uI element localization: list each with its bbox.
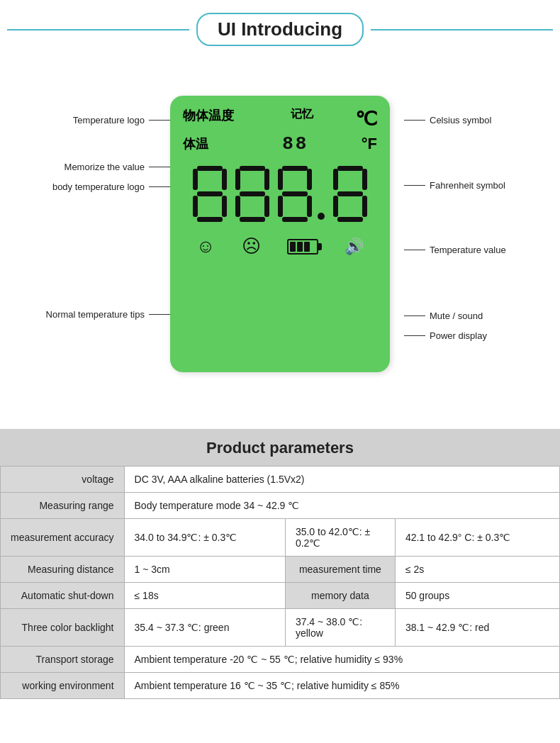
param-value-meas-time: ≤ 2s bbox=[395, 557, 559, 583]
header-section: UI Introducing bbox=[0, 0, 560, 53]
table-row: Measuring range Body temperature mode 34… bbox=[1, 493, 560, 519]
seg-tl-3 bbox=[278, 169, 283, 190]
fahrenheit-symbol-label: Fahrenheit symbol bbox=[404, 180, 505, 191]
label-line-temp-val bbox=[404, 250, 425, 250]
param-label-working: working environment bbox=[1, 673, 125, 699]
label-line-celsius bbox=[404, 120, 425, 121]
label-line-body-logo bbox=[149, 186, 170, 187]
memorize-value-text: Memorize the value bbox=[65, 162, 145, 172]
param-value-range: Body temperature mode 34 ~ 42.9 ℃ bbox=[124, 493, 559, 519]
label-line-temp-logo bbox=[149, 120, 170, 121]
seg-mid-1 bbox=[197, 191, 223, 196]
label-line-fahrenheit bbox=[404, 185, 425, 186]
seg-mid-4 bbox=[337, 191, 363, 196]
param-value-accuracy-2: 35.0 to 42.0℃: ± 0.2℃ bbox=[285, 519, 395, 557]
table-row: working environment Ambient temperature … bbox=[1, 673, 560, 699]
celsius-symbol-text: Celsius symbol bbox=[430, 115, 491, 125]
lcd-top-row: 物体温度 记忆 ℃ bbox=[183, 107, 377, 130]
lcd-memory: 记忆 bbox=[291, 107, 313, 122]
seg-bl-4 bbox=[333, 196, 338, 217]
param-label-transport: Transport storage bbox=[1, 647, 125, 673]
param-label-meas-time: measurement time bbox=[285, 557, 395, 583]
label-line-power bbox=[404, 335, 425, 336]
bat-bar-1 bbox=[290, 242, 296, 252]
bat-bar-3 bbox=[304, 242, 310, 252]
seg-bl-2 bbox=[235, 196, 240, 217]
header-line-left bbox=[7, 29, 189, 30]
param-label-accuracy: measurement accuracy bbox=[1, 519, 125, 557]
seg-digit-4 bbox=[330, 163, 370, 225]
seg-mid-3 bbox=[282, 191, 308, 196]
params-table: voltage DC 3V, AAA alkaline batteries (1… bbox=[0, 466, 560, 699]
seg-tl-4 bbox=[333, 169, 338, 190]
power-display-label: Power display bbox=[404, 330, 487, 341]
temperature-value-label: Temperature value bbox=[404, 245, 506, 255]
label-line-memorize bbox=[149, 167, 170, 167]
lcd-memory-val: 88 bbox=[282, 133, 308, 155]
param-value-backlight-3: 38.1 ~ 42.9 ℃: red bbox=[395, 609, 559, 647]
sound-icon: 🔊 bbox=[345, 238, 364, 256]
left-labels: Temperature logo Memorize the value body… bbox=[14, 64, 170, 404]
seg-digit-3 bbox=[275, 163, 315, 225]
temperature-value-text: Temperature value bbox=[430, 245, 506, 255]
seg-digit-2 bbox=[233, 163, 272, 225]
param-value-accuracy-1: 34.0 to 34.9℃: ± 0.3℃ bbox=[124, 519, 285, 557]
ui-diagram-section: Temperature logo Memorize the value body… bbox=[0, 53, 560, 422]
param-label-range: Measuring range bbox=[1, 493, 125, 519]
lcd-body-row: 体温 88 °F bbox=[183, 133, 377, 155]
seg-dot bbox=[318, 163, 327, 225]
decimal-dot bbox=[318, 213, 325, 220]
sad-icon: ☹ bbox=[242, 235, 261, 257]
param-value-voltage: DC 3V, AAA alkaline batteries (1.5Vx2) bbox=[124, 467, 559, 493]
header-line-right bbox=[371, 29, 553, 30]
seg-tl-1 bbox=[193, 169, 198, 190]
right-labels: Celsius symbol Fahrenheit symbol Tempera… bbox=[404, 64, 546, 404]
lcd-celsius: ℃ bbox=[355, 107, 377, 130]
table-row: Transport storage Ambient temperature -2… bbox=[1, 647, 560, 673]
param-value-accuracy-3: 42.1 to 42.9° C: ± 0.3℃ bbox=[395, 519, 559, 557]
normal-temp-tips-text: Normal temperature tips bbox=[46, 309, 145, 320]
seg-tr-4 bbox=[362, 169, 367, 190]
lcd-obj-temp: 物体温度 bbox=[183, 107, 234, 124]
table-row: Measuring distance 1 ~ 3cm measurement t… bbox=[1, 557, 560, 583]
table-row: Automatic shut-down ≤ 18s memory data 50… bbox=[1, 583, 560, 609]
lcd-screen: 物体温度 记忆 ℃ 体温 88 °F bbox=[170, 96, 390, 372]
seg-br-2 bbox=[264, 196, 269, 217]
mute-sound-label: Mute / sound bbox=[404, 311, 483, 321]
label-line-mute bbox=[404, 315, 425, 316]
seg-br-4 bbox=[362, 196, 367, 217]
param-value-backlight-1: 35.4 ~ 37.3 ℃: green bbox=[124, 609, 285, 647]
lcd-fahrenheit: °F bbox=[362, 135, 377, 153]
seg-bl-3 bbox=[278, 196, 283, 217]
param-value-working: Ambient temperature 16 ℃ ~ 35 ℃; relativ… bbox=[124, 673, 559, 699]
seg-top-4 bbox=[337, 166, 363, 171]
power-display-text: Power display bbox=[430, 330, 487, 341]
mute-sound-text: Mute / sound bbox=[430, 311, 483, 321]
seg-bl-1 bbox=[193, 196, 198, 217]
normal-temp-tips-label: Normal temperature tips bbox=[14, 309, 170, 320]
battery-icon bbox=[287, 239, 318, 255]
lcd-bottom-row: ☺ ☹ 🔊 bbox=[183, 235, 377, 257]
temperature-logo-text: Temperature logo bbox=[73, 115, 145, 125]
table-row: Three color backlight 35.4 ~ 37.3 ℃: gre… bbox=[1, 609, 560, 647]
seg-tr-3 bbox=[307, 169, 312, 190]
param-label-voltage: voltage bbox=[1, 467, 125, 493]
lcd-body-temp: 体温 bbox=[183, 135, 208, 152]
param-value-backlight-2: 37.4 ~ 38.0 ℃: yellow bbox=[285, 609, 395, 647]
seg-br-3 bbox=[307, 196, 312, 217]
lcd-big-digits bbox=[190, 163, 370, 225]
param-label-memory-data: memory data bbox=[285, 583, 395, 609]
seg-bot-4 bbox=[337, 217, 363, 222]
param-value-transport: Ambient temperature -20 ℃ ~ 55 ℃; relati… bbox=[124, 647, 559, 673]
seg-top-2 bbox=[240, 166, 265, 171]
seg-tr-1 bbox=[222, 169, 227, 190]
table-row: voltage DC 3V, AAA alkaline batteries (1… bbox=[1, 467, 560, 493]
param-value-shutdown: ≤ 18s bbox=[124, 583, 285, 609]
param-label-shutdown: Automatic shut-down bbox=[1, 583, 125, 609]
seg-bot-2 bbox=[240, 217, 265, 222]
bat-bar-2 bbox=[297, 242, 303, 252]
body-temp-logo-label: body temperature logo bbox=[14, 181, 170, 192]
param-label-backlight: Three color backlight bbox=[1, 609, 125, 647]
seg-tl-2 bbox=[235, 169, 240, 190]
label-line-normal-tips bbox=[149, 314, 170, 315]
